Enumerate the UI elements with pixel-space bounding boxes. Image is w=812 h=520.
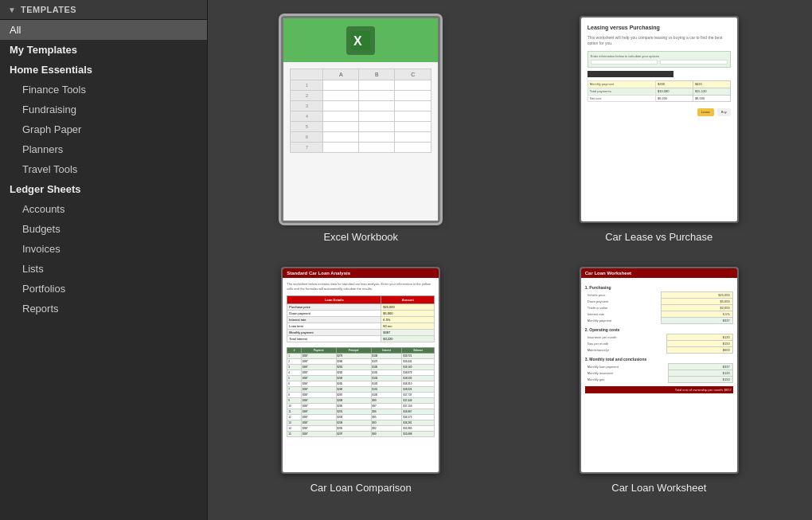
- excel-preview: X A B C: [283, 18, 438, 221]
- sidebar-item-reports[interactable]: Reports: [0, 299, 207, 319]
- excel-workbook-thumbnail[interactable]: X A B C: [281, 16, 440, 223]
- template-grid: X A B C: [208, 0, 812, 520]
- car-lease-thumbnail[interactable]: Leasing versus Purchasing This worksheet…: [580, 16, 739, 223]
- sidebar-item-fundraising[interactable]: Fundraising: [0, 100, 207, 119]
- car-loan-comp-thumbnail[interactable]: Standard Car Loan Analysis The worksheet…: [281, 267, 440, 474]
- car-loan-comparison-label: Car Loan Comparison: [310, 482, 412, 494]
- sidebar-title: TEMPLATES: [21, 5, 76, 14]
- excel-workbook-label: Excel Workbook: [323, 231, 398, 243]
- cl-bar-chart: [588, 71, 673, 77]
- sidebar-item-my-templates[interactable]: My Templates: [0, 40, 207, 60]
- sidebar-item-graph-paper[interactable]: Graph Paper: [0, 119, 207, 139]
- car-lease-label: Car Lease vs Purchase: [605, 231, 712, 243]
- car-loan-ws-preview: Car Loan Worksheet 1. Purchasing Vehicle…: [581, 268, 737, 397]
- excel-header: X: [283, 18, 438, 62]
- sidebar: ▼ TEMPLATES All My Templates Home Essent…: [0, 0, 208, 520]
- excel-logo-icon: X: [346, 26, 375, 55]
- template-excel-workbook[interactable]: X A B C: [224, 16, 498, 243]
- sidebar-item-ledger-sheets[interactable]: Ledger Sheets: [0, 179, 207, 199]
- sidebar-item-portfolios[interactable]: Portfolios: [0, 279, 207, 299]
- template-car-loan-worksheet[interactable]: Car Loan Worksheet 1. Purchasing Vehicle…: [522, 267, 797, 494]
- sidebar-item-travel-tools[interactable]: Travel Tools: [0, 159, 207, 179]
- sidebar-item-invoices[interactable]: Invoices: [0, 239, 207, 259]
- clc-header: Standard Car Loan Analysis: [283, 268, 439, 278]
- sidebar-item-budgets[interactable]: Budgets: [0, 219, 207, 239]
- sidebar-item-all[interactable]: All: [0, 20, 207, 40]
- sidebar-item-home-essentials[interactable]: Home Essentials: [0, 60, 207, 80]
- collapse-arrow-icon[interactable]: ▼: [8, 6, 16, 14]
- clw-header: Car Loan Worksheet: [581, 268, 737, 278]
- car-loan-comp-preview: Standard Car Loan Analysis The worksheet…: [283, 268, 439, 441]
- sidebar-item-planners[interactable]: Planners: [0, 139, 207, 159]
- car-loan-ws-thumbnail[interactable]: Car Loan Worksheet 1. Purchasing Vehicle…: [580, 267, 739, 474]
- sidebar-header: ▼ TEMPLATES: [0, 0, 207, 20]
- excel-spreadsheet-preview: A B C 1 2 3 4 5 6 7: [283, 62, 438, 221]
- car-loan-worksheet-label: Car Loan Worksheet: [611, 482, 706, 494]
- car-lease-preview: Leasing versus Purchasing This worksheet…: [581, 18, 737, 123]
- cl-doc-title: Leasing versus Purchasing: [588, 24, 731, 32]
- template-car-lease[interactable]: Leasing versus Purchasing This worksheet…: [522, 16, 797, 243]
- svg-text:X: X: [353, 34, 362, 48]
- sidebar-item-lists[interactable]: Lists: [0, 259, 207, 279]
- template-car-loan-comparison[interactable]: Standard Car Loan Analysis The worksheet…: [224, 267, 498, 494]
- sidebar-item-accounts[interactable]: Accounts: [0, 199, 207, 219]
- sidebar-item-finance-tools[interactable]: Finance Tools: [0, 80, 207, 100]
